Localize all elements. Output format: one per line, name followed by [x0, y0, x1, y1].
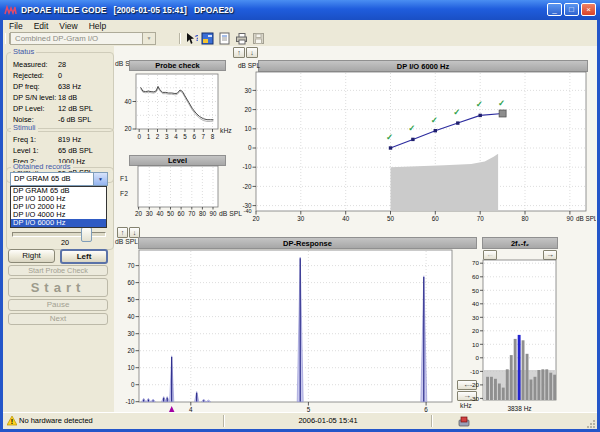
status-row: DP freq:638 Hz	[7, 81, 113, 92]
svg-text:90: 90	[566, 215, 574, 222]
svg-text:20: 20	[472, 327, 479, 334]
report-icon[interactable]	[218, 32, 231, 45]
status-group: Measured:28 Rejected:0 DP freq:638 Hz DP…	[6, 52, 114, 132]
status-row-value: -6 dB SPL	[58, 114, 91, 125]
save-icon[interactable]	[252, 32, 265, 45]
pause-button[interactable]: Pause	[8, 299, 108, 311]
statusbar-divider	[223, 415, 225, 427]
status-row-value: 638 Hz	[58, 81, 81, 92]
svg-text:dB SPL: dB SPL	[238, 62, 260, 69]
svg-text:?: ?	[195, 33, 199, 43]
left-ear-button[interactable]: Left	[60, 249, 108, 264]
spectrum-bar	[541, 369, 544, 400]
title-bar: DPOAE HILDE GODE [2006-01-05 15:41] DPOA…	[0, 0, 600, 20]
svg-text:-10: -10	[242, 163, 252, 170]
svg-text:40: 40	[342, 215, 350, 222]
menu-view[interactable]: View	[59, 21, 77, 31]
status-message: No hardware detected	[19, 416, 93, 425]
scale-down-icon[interactable]: ↓	[246, 47, 258, 58]
mode-select[interactable]: Combined DP-Gram I/O ▼	[10, 32, 156, 45]
minimize-button[interactable]: _	[547, 3, 562, 16]
svg-text:2: 2	[156, 133, 160, 140]
stimuli-row: Freq 1:819 Hz	[7, 134, 113, 145]
record-select[interactable]: DP GRAM 65 dB ▼	[10, 172, 108, 186]
status-row-value: 18 dB	[58, 92, 77, 103]
record-dropdown-list: DP GRAM 65 dB DP I/O 1000 Hz DP I/O 2000…	[10, 186, 107, 228]
dp-spectrum-chart: 706050403020100-10-20-303838 Hz	[464, 250, 592, 413]
status-row-value: 0	[58, 70, 62, 81]
svg-text:20: 20	[124, 125, 132, 132]
svg-text:8: 8	[211, 133, 215, 140]
status-row: DP Level:12 dB SPL	[7, 103, 113, 114]
svg-text:30: 30	[146, 210, 154, 217]
svg-text:✓: ✓	[408, 123, 415, 133]
next-button[interactable]: Next	[8, 313, 108, 325]
svg-text:0: 0	[476, 354, 480, 361]
svg-text:50: 50	[167, 210, 175, 217]
dp-io-chart: dB SPL3020100-10-20-30-40203040506070809…	[236, 58, 596, 228]
spectrum-bar	[510, 355, 513, 400]
application-window: DPOAE HILDE GODE [2006-01-05 15:41] DPOA…	[0, 0, 600, 432]
status-row-label: DP S/N level:	[13, 92, 58, 103]
response-scale-up-icon[interactable]: ↑	[117, 227, 128, 238]
right-ear-button[interactable]: Right	[8, 249, 55, 263]
probe-check-chart: 2040012345678	[116, 56, 232, 140]
stimuli-row: Level 1:65 dB SPL	[7, 145, 113, 156]
stimuli-group-label: Stimuli	[11, 124, 38, 132]
svg-text:5: 5	[183, 133, 187, 140]
context-help-icon[interactable]: ?	[185, 32, 198, 45]
start-probe-check-button[interactable]: Start Probe Check	[8, 265, 108, 276]
start-button[interactable]: Start	[8, 278, 108, 297]
status-row: Measured:28	[7, 59, 113, 70]
svg-text:70: 70	[477, 215, 485, 222]
svg-text:✓: ✓	[386, 132, 393, 142]
svg-text:dB SPL: dB SPL	[576, 215, 596, 222]
patient-data-icon[interactable]	[201, 32, 214, 45]
spectrum-bar	[534, 377, 537, 400]
svg-text:✓: ✓	[453, 107, 460, 117]
maximize-button[interactable]: □	[564, 3, 579, 16]
svg-text:-20: -20	[470, 381, 480, 388]
record-list-item[interactable]: DP I/O 6000 Hz	[11, 219, 106, 227]
record-select-value: DP GRAM 65 dB	[14, 174, 71, 183]
hardware-status-icon	[458, 416, 470, 427]
svg-text:!: !	[11, 418, 13, 425]
status-bar: ! No hardware detected 2006-01-05 15:41	[3, 412, 597, 429]
svg-text:20: 20	[135, 210, 143, 217]
svg-text:0: 0	[248, 144, 252, 151]
close-button[interactable]: ×	[581, 3, 596, 16]
svg-text:50: 50	[387, 215, 395, 222]
spectrum-bar	[494, 379, 497, 400]
record-slider-thumb[interactable]	[81, 227, 92, 242]
menu-edit[interactable]: Edit	[34, 21, 49, 31]
status-row-value: 12 dB SPL	[58, 103, 93, 114]
status-row: Rejected:0	[7, 70, 113, 81]
svg-text:60: 60	[178, 210, 186, 217]
svg-text:✓: ✓	[498, 98, 505, 108]
scale-up-icon[interactable]: ↑	[233, 47, 245, 58]
print-icon[interactable]	[235, 32, 248, 45]
stimuli-row-label: Freq 1:	[13, 134, 58, 145]
svg-text:60: 60	[432, 215, 440, 222]
status-row-value: 28	[58, 59, 66, 70]
menu-help[interactable]: Help	[89, 21, 106, 31]
svg-text:50: 50	[472, 287, 479, 294]
statusbar-divider	[431, 415, 433, 427]
svg-text:70: 70	[188, 210, 196, 217]
resize-grip[interactable]	[587, 419, 596, 428]
spectrum-bar	[530, 380, 533, 401]
svg-text:-10: -10	[470, 368, 480, 375]
spectrum-bar	[498, 384, 501, 401]
svg-text:✓: ✓	[431, 115, 438, 125]
menu-file[interactable]: File	[9, 21, 23, 31]
svg-text:30: 30	[472, 314, 479, 321]
svg-text:20: 20	[127, 347, 135, 354]
svg-text:-30: -30	[470, 395, 480, 402]
status-row-label: DP freq:	[13, 81, 58, 92]
dp-response-chart: 706050403020100-10456	[116, 246, 462, 413]
menu-bar: File Edit View Help	[3, 20, 600, 31]
svg-text:0: 0	[137, 133, 141, 140]
stimuli-row-value: 819 Hz	[58, 134, 81, 145]
stimuli-row-label: Level 1:	[13, 145, 58, 156]
stimuli-row-value: 65 dB SPL	[58, 145, 93, 156]
